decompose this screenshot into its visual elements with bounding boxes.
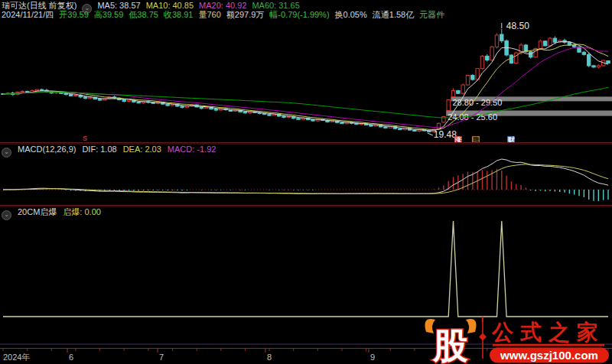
- axis-month-label: 9: [370, 353, 375, 362]
- candle-body: [311, 120, 314, 121]
- low-pointer: [428, 133, 433, 135]
- dif-value: DIF: 1.08: [82, 145, 116, 154]
- candlestick-chart[interactable]: 28.80 - 29.5024.08 - 25.6048.5019.48: [0, 20, 612, 142]
- candle-body: [607, 60, 610, 63]
- quote-field: 低38.75: [129, 10, 158, 19]
- candle-body: [287, 116, 290, 117]
- axis-year-label: 2024年: [3, 353, 30, 362]
- candle-body: [171, 105, 174, 106]
- candle-body: [268, 115, 271, 115]
- candle-body: [573, 45, 576, 47]
- stock-app-window: 瑞可达(日线 前复权)⌄MA5: 38.57MA10: 40.85MA20: 4…: [0, 0, 612, 364]
- candle-body: [40, 89, 43, 90]
- candle-body: [83, 97, 86, 99]
- candle-body: [384, 127, 387, 128]
- quote-field: 幅-0.79(-1.99%): [269, 10, 329, 19]
- candle-body: [553, 38, 556, 42]
- axis-month-label: 6: [69, 353, 73, 362]
- dea-line: [3, 164, 608, 193]
- ma-label: MA5: 38.57: [97, 1, 140, 10]
- candle-body: [495, 35, 498, 47]
- candle-body: [413, 130, 416, 131]
- underline: [493, 344, 604, 346]
- candle-body: [205, 107, 208, 108]
- candle-body: [457, 90, 460, 93]
- low-price-label: 19.48: [434, 129, 457, 140]
- burst-panel-header: ⌄20CM启爆启爆: 0.00: [2, 206, 612, 217]
- candle-body: [69, 95, 72, 96]
- quote-field: 额297.9万: [226, 10, 265, 19]
- candle-body: [490, 47, 493, 60]
- candle-body: [515, 53, 518, 63]
- site-name: 公式之家: [491, 320, 605, 345]
- candle-body: [200, 107, 203, 109]
- candle-body: [500, 34, 503, 41]
- candle-body: [582, 52, 585, 54]
- candle-body: [282, 116, 285, 117]
- ma-label: MA20: 40.92: [199, 1, 246, 10]
- candle-body: [243, 112, 246, 112]
- quote-field: 开39.59: [59, 10, 89, 19]
- quote-field: 流通1.58亿: [373, 10, 414, 19]
- candle-body: [539, 41, 542, 49]
- candle-body: [35, 89, 38, 90]
- logo-character: 股: [431, 325, 468, 364]
- signal-marker: S: [83, 135, 87, 142]
- candle-body: [399, 128, 402, 129]
- quote-field: 量760: [198, 10, 220, 19]
- candle-body: [21, 91, 24, 92]
- ma-label: MA60: 31.65: [252, 1, 299, 10]
- candle-body: [451, 90, 454, 96]
- stock-title[interactable]: 瑞可达(日线 前复权): [2, 1, 76, 10]
- quote-field: 2024/11/21/四: [2, 10, 54, 19]
- candle-body: [64, 93, 67, 94]
- candle-body: [529, 52, 532, 57]
- quote-info-line: 2024/11/21/四开39.59高39.59低38.75收38.91量760…: [2, 10, 612, 20]
- quote-field: 元器件: [419, 10, 444, 19]
- candle-body: [340, 122, 343, 123]
- candle-body: [471, 75, 474, 80]
- macd-value: MACD: -1.92: [168, 145, 216, 154]
- candle-body: [181, 106, 184, 107]
- macd-panel-header: ⌄MACD(12,26,9)DIF: 1.08DEA: 2.03MACD: -1…: [2, 144, 612, 154]
- candle-body: [509, 55, 513, 63]
- diamond-icon: [479, 333, 487, 341]
- site-url[interactable]: www.gszj100.com: [500, 349, 598, 362]
- quote-field: 高39.59: [94, 10, 124, 19]
- site-watermark: 股 公式之家 www.gszj100.com: [415, 311, 612, 364]
- ma-values: MA5: 38.57MA10: 40.85MA20: 40.92MA60: 31…: [97, 1, 304, 10]
- candle-body: [122, 100, 125, 102]
- candle-body: [597, 66, 600, 67]
- quote-field: 收38.91: [164, 10, 194, 19]
- candle-body: [166, 104, 169, 106]
- candle-body: [480, 56, 483, 68]
- candle-body: [544, 41, 547, 46]
- candle-body: [263, 113, 266, 114]
- candle-body: [214, 109, 217, 110]
- burst-indicator-name[interactable]: 20CM启爆: [18, 207, 57, 216]
- candle-body: [74, 96, 77, 96]
- quote-field: 换0.05%: [335, 10, 367, 19]
- macd-chart[interactable]: [0, 154, 612, 205]
- candle-body: [466, 75, 469, 85]
- ma-label: MA10: 40.85: [146, 1, 194, 10]
- candle-body: [297, 119, 300, 119]
- candle-body: [127, 100, 130, 101]
- axis-month-label: 8: [267, 353, 272, 362]
- candle-body: [486, 56, 489, 60]
- dif-line: [3, 159, 608, 193]
- burst-value: 启爆: 0.00: [63, 207, 101, 216]
- candle-body: [447, 100, 450, 111]
- macd-indicator-name[interactable]: MACD(12,26,9): [18, 145, 76, 154]
- candle-body: [568, 42, 571, 45]
- candle-body: [549, 38, 552, 46]
- candle-body: [89, 97, 92, 98]
- candle-body: [137, 102, 140, 102]
- candle-body: [369, 125, 373, 126]
- candle-body: [587, 54, 590, 66]
- candle-body: [592, 66, 595, 67]
- burst-line: [3, 221, 608, 317]
- peak-price-label: 48.50: [506, 21, 529, 31]
- axis-month-label: 7: [159, 353, 164, 362]
- dea-value: DEA: 2.03: [123, 145, 161, 154]
